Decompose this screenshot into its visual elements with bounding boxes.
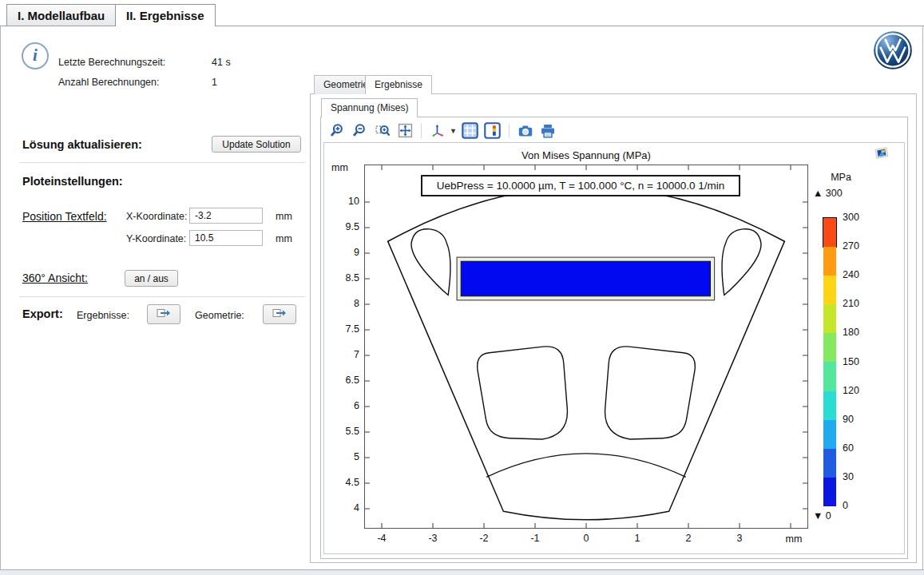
axis-tick-label: -1 <box>519 533 551 544</box>
graphics-area[interactable]: Von Mises Spannung (MPa) mm <box>323 142 905 554</box>
axis-tick-label: 9.5 <box>327 221 359 232</box>
zoom-out-icon[interactable] <box>351 122 369 140</box>
colorbar-tick-label: 90 <box>843 414 854 425</box>
export-results-label: Ergebnisse: <box>77 310 129 321</box>
y-coordinate-label: Y-Koordinate: <box>126 233 186 244</box>
sector-outline <box>388 187 785 520</box>
triangle-up-icon: ▲ <box>813 188 823 199</box>
colorbar-labels: 0306090120150180210240270300 <box>843 218 870 506</box>
axis-tick-label: 6 <box>327 400 359 411</box>
window-border-left <box>0 26 1 569</box>
plot-settings-section-label: Ploteinstellungen: <box>22 175 123 188</box>
viewer-tab-ergebnisse[interactable]: Ergebnisse <box>365 75 432 94</box>
axis-tick-label: 10 <box>327 196 359 207</box>
divider <box>19 162 305 163</box>
vw-logo <box>872 30 914 71</box>
axis-tick-label: -4 <box>366 533 398 544</box>
colorbar-tick-label: 180 <box>843 327 859 338</box>
colorbar-unit-label: MPa <box>817 172 865 183</box>
divider <box>19 296 305 297</box>
axis-tick-label: 5.5 <box>327 426 359 437</box>
export-results-button[interactable] <box>147 304 180 324</box>
colorbar-under-marker: ▼ 0 <box>813 510 831 521</box>
tab-modellaufbau[interactable]: I. Modellaufbau <box>6 4 116 26</box>
colorbar-band <box>823 218 836 247</box>
view-360-toggle-button[interactable]: an / aus <box>125 270 178 287</box>
footer-strip <box>0 570 924 575</box>
colorbar-tick-label: 270 <box>843 240 859 252</box>
window-border-right <box>922 26 923 569</box>
colorbar-band <box>823 478 836 506</box>
colorbar-tick-label: 240 <box>843 269 859 280</box>
colorbar-band <box>823 420 836 449</box>
export-icon <box>157 310 171 321</box>
plot-window-icon[interactable] <box>874 146 890 161</box>
axis-ticks <box>364 165 808 529</box>
x-axis-unit-label: mm <box>776 533 811 545</box>
last-calc-time-value: 41 s <box>212 57 231 68</box>
colorbar-band <box>823 449 836 478</box>
axis-tick-label: 9 <box>327 247 359 258</box>
info-icon: i <box>22 42 49 69</box>
colorbar-tick-label: 210 <box>843 298 859 309</box>
inner-rim-arc <box>486 454 686 477</box>
colorbar-tick-label: 150 <box>843 356 859 367</box>
axis-tick-label: 4.5 <box>327 477 359 488</box>
axis-tick-label: 0 <box>570 533 602 544</box>
axis-tick-label: -2 <box>468 533 500 544</box>
axis-tick-label: 1 <box>621 533 653 544</box>
colorbar-tick-label: 300 <box>843 212 859 223</box>
orientation-axes-icon[interactable] <box>429 122 446 140</box>
triangle-down-icon: ▼ <box>813 510 823 521</box>
export-geometry-button[interactable] <box>263 304 296 324</box>
update-solution-section-label: Lösung aktualisieren: <box>22 138 142 151</box>
view-360-label: 360° Ansicht: <box>22 272 88 284</box>
colorbar-band <box>823 276 836 304</box>
colorbar-band <box>823 304 836 333</box>
colorbar-band <box>823 333 836 362</box>
chevron-down-icon[interactable]: ▼ <box>450 127 457 135</box>
x-coordinate-unit: mm <box>276 211 292 222</box>
plot-frame <box>365 165 808 529</box>
position-textfield-label: Position Textfeld: <box>22 210 107 223</box>
axis-tick-label: 8 <box>327 298 359 309</box>
y-axis-unit-label: mm <box>331 162 348 173</box>
snapshot-camera-icon[interactable] <box>517 122 534 140</box>
legend-toggle-icon[interactable] <box>484 122 502 140</box>
calc-count-label: Anzahl Berechnungen: <box>58 77 159 88</box>
y-coordinate-unit: mm <box>276 233 292 244</box>
y-coordinate-input[interactable] <box>189 230 263 246</box>
axis-tick-label: -3 <box>417 533 449 544</box>
app-window: I. Modellaufbau II. Ergebnisse i Letzte … <box>0 0 924 575</box>
axis-tick-label: 7.5 <box>327 323 359 335</box>
toolbar-separator <box>509 124 510 138</box>
plot-tab-spannung-mises[interactable]: Spannung (Mises) <box>321 98 418 117</box>
zoom-in-icon[interactable] <box>329 122 347 140</box>
export-section-label: Export: <box>22 307 63 320</box>
x-coordinate-label: X-Koordinate: <box>126 211 187 222</box>
colorbar-tick-label: 0 <box>843 500 848 511</box>
zoom-extents-icon[interactable] <box>396 122 414 140</box>
update-solution-button[interactable]: Update Solution <box>212 136 301 153</box>
print-icon[interactable] <box>539 122 557 140</box>
axis-tick-label: 4 <box>327 502 359 514</box>
axis-tick-label: 5 <box>327 451 359 462</box>
axis-tick-label: 8.5 <box>327 272 359 284</box>
export-icon <box>272 310 287 321</box>
last-calc-time-label: Letzte Berechnungszeit: <box>58 57 165 68</box>
plot-toolbar: ▼ <box>324 119 904 142</box>
x-coordinate-input[interactable] <box>189 208 263 224</box>
colorbar-tick-label: 60 <box>843 442 854 454</box>
colorbar-band <box>823 362 836 391</box>
colorbar-tick-label: 120 <box>843 385 859 396</box>
contour-plot[interactable]: UebPress = 10.0000 µm, T = 100.000 °C, n… <box>364 165 808 529</box>
zoom-box-icon[interactable] <box>374 122 391 140</box>
axis-tick-label: 6.5 <box>327 375 359 386</box>
magnet-region <box>461 261 710 296</box>
tab-ergebnisse[interactable]: II. Ergebnisse <box>115 4 216 26</box>
toolbar-separator <box>421 124 422 138</box>
calc-count-value: 1 <box>212 77 217 88</box>
grid-toggle-icon[interactable] <box>462 122 479 140</box>
axis-tick-label: 2 <box>672 533 704 544</box>
colorbar-tick-label: 30 <box>843 471 854 482</box>
